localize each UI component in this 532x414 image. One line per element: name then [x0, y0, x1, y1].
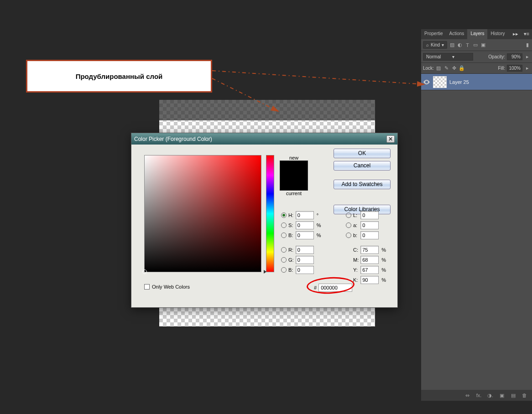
lock-brush-icon[interactable]: ✎ — [443, 65, 449, 71]
opacity-stepper-icon[interactable]: ▸ — [524, 54, 530, 60]
lock-label: Lock: — [423, 66, 434, 71]
search-icon: ⌕ — [426, 42, 429, 47]
tab-layers[interactable]: Layers — [467, 29, 487, 39]
label-m: M: — [353, 257, 359, 263]
filter-adjust-icon[interactable]: ◐ — [457, 42, 463, 48]
only-web-label: Only Web Colors — [152, 284, 190, 290]
label-s: S: — [288, 223, 294, 228]
tab-actions[interactable]: Actions — [446, 29, 468, 39]
hex-hash: # — [314, 285, 317, 290]
radio-l[interactable] — [346, 212, 351, 218]
filter-smart-icon[interactable]: ▣ — [480, 42, 486, 48]
dialog-titlebar[interactable]: Color Picker (Foreground Color) ✕ — [131, 133, 397, 145]
label-l: L: — [353, 212, 359, 218]
opacity-input[interactable]: 90% — [507, 53, 522, 60]
cancel-button[interactable]: Cancel — [334, 161, 391, 171]
tab-properties[interactable]: Propertie — [421, 29, 446, 39]
label-r: R: — [288, 247, 294, 253]
dialog-close-button[interactable]: ✕ — [386, 135, 395, 143]
swatch-new-current[interactable] — [280, 160, 308, 191]
layer-name[interactable]: Layer 25 — [449, 79, 469, 85]
label-c: C: — [353, 247, 359, 253]
chevron-down-icon: ▾ — [442, 42, 444, 47]
hsb-rgb-fields: H: ° S: % B: % R: G: B: — [281, 211, 321, 274]
unit-b-hsb: % — [317, 233, 321, 238]
input-b-rgb[interactable] — [296, 266, 314, 274]
dialog-button-column: OK Cancel Add to Swatches Color Librarie… — [334, 149, 391, 214]
label-y: Y: — [353, 267, 359, 273]
radio-s[interactable] — [281, 223, 287, 228]
color-picker-dialog: Color Picker (Foreground Color) ✕ new cu… — [131, 133, 398, 308]
filter-type-icon[interactable]: T — [464, 42, 470, 48]
label-b-rgb: B: — [288, 267, 294, 273]
footer-new-icon[interactable]: ▤ — [510, 393, 516, 398]
lock-transparency-icon[interactable]: ▨ — [436, 65, 442, 71]
unit-y: % — [381, 267, 386, 273]
input-k[interactable] — [360, 276, 379, 284]
label-g: G: — [288, 257, 294, 263]
filter-kind-select[interactable]: ⌕ Kind ▾ — [423, 41, 447, 49]
only-web-row: Only Web Colors — [144, 284, 190, 290]
input-s[interactable] — [296, 221, 314, 229]
footer-trash-icon[interactable]: 🗑 — [522, 393, 527, 398]
hue-pointer — [264, 270, 266, 274]
tab-history[interactable]: History — [487, 29, 508, 39]
filter-shape-icon[interactable]: ▭ — [472, 42, 478, 48]
hue-slider[interactable] — [266, 155, 274, 272]
radio-b-hsb[interactable] — [281, 233, 287, 238]
panel-collapse-icon[interactable]: ▸▸ — [510, 29, 521, 39]
add-to-swatches-button[interactable]: Add to Swatches — [334, 180, 391, 189]
lock-move-icon[interactable]: ✥ — [451, 65, 457, 71]
dialog-title-text: Color Picker (Foreground Color) — [134, 136, 386, 142]
filter-toggle-icon[interactable]: ▮ — [524, 42, 530, 48]
saturation-value-field[interactable] — [144, 155, 261, 272]
radio-a[interactable] — [346, 223, 351, 228]
fill-input[interactable]: 100% — [507, 65, 522, 72]
input-a[interactable] — [360, 221, 379, 229]
blend-row: Normal ▾ Opacity: 90% ▸ — [421, 51, 532, 63]
fill-label: Fill: — [498, 66, 505, 71]
unit-s: % — [317, 223, 321, 228]
input-b-hsb[interactable] — [296, 231, 314, 239]
input-b-lab[interactable] — [360, 231, 379, 239]
filter-kind-label: Kind — [431, 42, 440, 47]
panel-menu-icon[interactable]: ▾≡ — [521, 29, 532, 39]
input-m[interactable] — [360, 256, 379, 264]
lab-cmyk-fields: L: a: b: C: % M: % Y: % K: — [346, 211, 386, 284]
radio-r[interactable] — [281, 247, 287, 253]
ok-button[interactable]: OK — [334, 149, 391, 158]
footer-fx-icon[interactable]: fx. — [476, 393, 482, 398]
radio-b-rgb[interactable] — [281, 267, 287, 273]
input-g[interactable] — [296, 256, 314, 264]
hex-input[interactable] — [318, 284, 352, 292]
fill-stepper-icon[interactable]: ▸ — [524, 65, 530, 71]
lock-all-icon[interactable]: 🔒 — [459, 65, 465, 71]
swatch-label-new: new — [280, 155, 308, 160]
label-b-lab: b: — [353, 233, 359, 238]
footer-group-icon[interactable]: ▣ — [499, 393, 505, 398]
input-y[interactable] — [360, 266, 379, 274]
layer-filter-row: ⌕ Kind ▾ ▨ ◐ T ▭ ▣ ▮ — [421, 39, 532, 51]
sv-cursor — [142, 269, 147, 274]
input-c[interactable] — [360, 246, 379, 254]
blend-mode-select[interactable]: Normal ▾ — [423, 53, 473, 61]
visibility-eye-icon[interactable] — [423, 78, 430, 86]
radio-h[interactable] — [281, 212, 287, 218]
radio-g[interactable] — [281, 257, 287, 263]
input-h[interactable] — [296, 211, 314, 219]
svg-line-0 — [212, 71, 424, 84]
footer-link-icon[interactable]: ⇔ — [464, 393, 470, 398]
unit-m: % — [381, 257, 386, 263]
input-l[interactable] — [360, 211, 379, 219]
input-r[interactable] — [296, 246, 314, 254]
only-web-checkbox[interactable] — [144, 284, 150, 290]
lock-row: Lock: ▨ ✎ ✥ 🔒 Fill: 100% ▸ — [421, 63, 532, 74]
swatch-label-current: current — [280, 191, 308, 196]
layer-row[interactable]: Layer 25 — [421, 74, 532, 90]
footer-mask-icon[interactable]: ◑. — [487, 393, 493, 398]
dialog-body: new current OK Cancel Add to Swatches Co… — [131, 145, 397, 307]
layer-thumbnail[interactable] — [433, 76, 447, 88]
filter-pixel-icon[interactable]: ▨ — [449, 42, 455, 48]
panel-tabs: Propertie Actions Layers History ▸▸ ▾≡ — [421, 29, 532, 39]
radio-b-lab[interactable] — [346, 233, 351, 238]
